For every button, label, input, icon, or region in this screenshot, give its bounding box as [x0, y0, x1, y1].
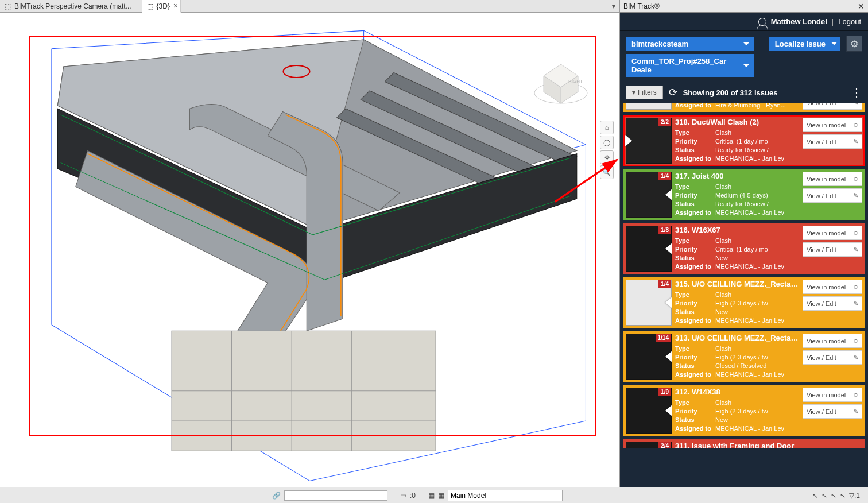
field-value: MECHANICAL - Jan Lev [715, 316, 799, 325]
issue-title: 311. Issue with Framing and Door [675, 442, 862, 448]
issue-title: 316. W16X67 [675, 226, 799, 234]
issue-card[interactable]: 1/8316. W16X67TypeClashPriorityCritical … [623, 223, 865, 274]
selection-icon[interactable]: ↖ [822, 492, 827, 500]
next-image-icon[interactable] [665, 189, 672, 200]
issue-thumbnail[interactable]: 1/4 [626, 280, 672, 326]
model-name-input[interactable] [448, 490, 563, 501]
more-menu-icon[interactable]: ⋮ [851, 86, 862, 99]
issue-card[interactable]: 1/14313. U/O CEILLING MEZZ._Rectangular … [623, 331, 865, 382]
field-value: Ready for Review / [715, 146, 799, 154]
pencil-icon: ✎ [853, 408, 858, 415]
project-select[interactable]: Comm_TOR_Proj#258_Car Deale [626, 54, 754, 77]
filters-label: Filters [638, 88, 657, 96]
field-label: Type [675, 129, 715, 137]
model-group-icon[interactable]: ▦ [428, 492, 435, 500]
issue-card[interactable]: 1/9312. W14X38TypeClashPriorityHigh (2-3… [623, 385, 865, 436]
team-select[interactable]: bimtrackcsteam [626, 37, 754, 51]
team-select-value: bimtrackcsteam [631, 40, 688, 48]
user-icon [758, 18, 766, 26]
field-label: Type [675, 345, 715, 353]
field-label: Priority [675, 245, 715, 254]
selection-icon[interactable]: ↖ [840, 492, 846, 500]
issue-thumbnail[interactable]: 2/2 [626, 118, 672, 164]
image-count-badge: 2/4 [658, 442, 671, 448]
issue-thumbnail[interactable]: 1/9 [626, 388, 672, 434]
link-icon[interactable]: 🔗 [272, 492, 281, 500]
field-label: Type [675, 183, 715, 191]
tab-label: BIMTrack Perspective Camera (matt... [14, 2, 131, 10]
field-value: MECHANICAL - Jan Lev [715, 208, 799, 217]
selection-icon[interactable]: ↖ [831, 492, 836, 500]
issue-thumbnail[interactable]: 1/4 [626, 172, 672, 218]
view-edit-button[interactable]: View / Edit ✎ [803, 103, 862, 110]
selection-icon[interactable]: ↖ [812, 492, 818, 500]
viewcube[interactable]: RIGHT [532, 53, 590, 110]
next-image-icon[interactable] [665, 243, 672, 254]
next-image-icon[interactable] [665, 405, 672, 416]
field-label: Assigned to [675, 316, 715, 325]
tab-bar: ⬚ BIMTrack Perspective Camera (matt... ⬚… [0, 0, 619, 13]
field-value: Critical (1 day / mo [715, 245, 799, 254]
model-group-icon-2[interactable]: ▦ [438, 492, 444, 500]
card-menu-icon[interactable]: ⋮ [852, 388, 862, 398]
tab-camera[interactable]: ⬚ BIMTrack Perspective Camera (matt... [0, 0, 142, 12]
refresh-icon[interactable]: ⟳ [669, 86, 677, 99]
issues-list[interactable]: Assigned to Fire & Plumbing - Ryan... Vi… [620, 103, 868, 503]
showing-count: Showing 200 of 312 issues [683, 88, 845, 97]
localize-issue-button[interactable]: Localize issue [769, 37, 840, 51]
filters-button[interactable]: ▾ Filters [626, 86, 663, 99]
issue-card[interactable]: 2/2318. Duct/Wall Clash (2)TypeClashPrio… [623, 115, 865, 166]
issue-card[interactable]: 1/4315. U/O CEILLING MEZZ._Rectangular D… [623, 277, 865, 328]
issue-title: 318. Duct/Wall Clash (2) [675, 118, 799, 126]
pencil-icon: ✎ [853, 300, 858, 307]
tab-3d[interactable]: ⬚ {3D} × [142, 0, 181, 13]
filter-selection-icon[interactable]: ▽:1 [849, 492, 860, 500]
logout-link[interactable]: Logout [838, 17, 861, 26]
issue-card[interactable]: 2/4 311. Issue with Framing and Door [623, 439, 865, 448]
worksets-select[interactable] [284, 490, 388, 501]
card-menu-icon[interactable]: ⋮ [852, 118, 862, 128]
filter-row: ▾ Filters ⟳ Showing 200 of 312 issues ⋮ [620, 82, 868, 103]
next-image-icon[interactable] [665, 351, 672, 362]
view-edit-button[interactable]: View / Edit✎ [803, 188, 862, 203]
field-label: Status [675, 308, 715, 316]
settings-button[interactable]: ⚙ [846, 36, 862, 52]
field-value: Critical (1 day / mo [715, 137, 799, 146]
field-value: New [715, 254, 799, 262]
field-label: Assigned to [675, 370, 715, 379]
issue-card[interactable]: Assigned to Fire & Plumbing - Ryan... Vi… [623, 103, 865, 112]
card-menu-icon[interactable]: ⋮ [852, 172, 862, 182]
view-edit-button[interactable]: View / Edit✎ [803, 134, 862, 149]
issue-title: 312. W14X38 [675, 388, 799, 396]
close-icon[interactable]: ✕ [858, 2, 865, 11]
nav-pan-icon[interactable]: ✥ [600, 150, 614, 164]
viewport-3d[interactable]: RIGHT ⌂ ◯ ✥ 🔍 [0, 13, 619, 487]
issue-thumbnail[interactable]: 1/8 [626, 226, 672, 272]
card-menu-icon[interactable]: ⋮ [852, 334, 862, 344]
field-label: Status [675, 362, 715, 370]
view-edit-button[interactable]: View / Edit✎ [803, 242, 862, 257]
field-label: Assigned to [675, 103, 715, 110]
close-icon[interactable]: × [173, 1, 178, 10]
select-icon[interactable]: ▭ [400, 492, 406, 500]
field-label: Type [675, 398, 715, 407]
view-edit-button[interactable]: View / Edit✎ [803, 350, 862, 365]
prev-image-icon[interactable] [625, 135, 632, 146]
issue-card[interactable]: 1/4317. Joist 400TypeClashPriorityMedium… [623, 169, 865, 220]
panel-titlebar[interactable]: BIM Track® ✕ [620, 0, 868, 13]
view-edit-button[interactable]: View / Edit✎ [803, 404, 862, 419]
pencil-icon: ✎ [853, 246, 858, 253]
field-label: Status [675, 146, 715, 154]
image-count-badge: 1/4 [658, 172, 671, 180]
next-image-icon[interactable] [665, 297, 672, 308]
card-menu-icon[interactable]: ⋮ [852, 280, 862, 290]
chevron-down-icon [743, 64, 750, 67]
field-value: MECHANICAL - Jan Lev [715, 262, 799, 271]
card-menu-icon[interactable]: ⋮ [852, 226, 862, 236]
view-edit-button[interactable]: View / Edit✎ [803, 296, 862, 311]
nav-orbit-icon[interactable]: ◯ [600, 136, 614, 149]
nav-home-icon[interactable]: ⌂ [600, 121, 614, 134]
nav-zoom-icon[interactable]: 🔍 [600, 165, 614, 179]
tab-overflow-button[interactable]: ▾ [608, 0, 619, 12]
issue-thumbnail[interactable]: 1/14 [626, 334, 672, 380]
